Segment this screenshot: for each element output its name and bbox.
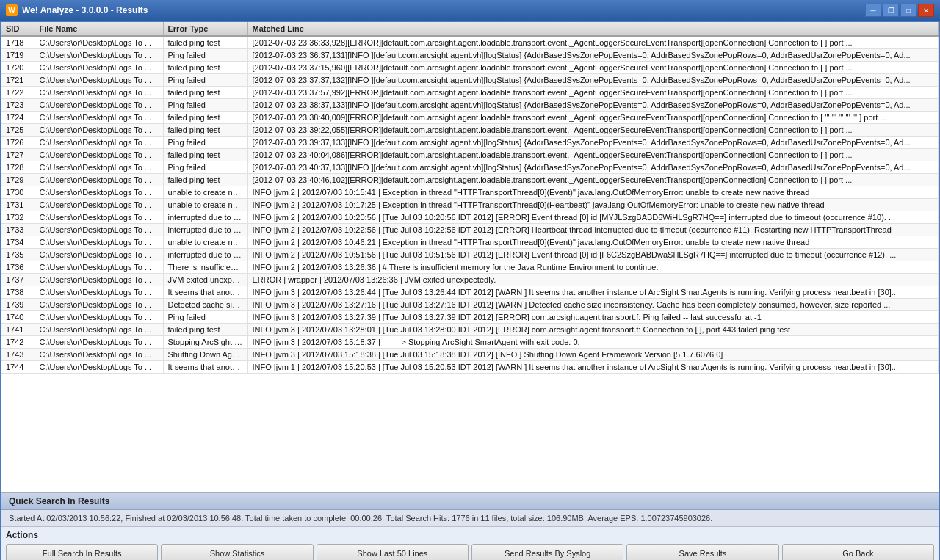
- cell-sid: 1732: [1, 211, 35, 224]
- results-table: SID File Name Error Type Matched Line 17…: [1, 22, 939, 374]
- results-table-container[interactable]: SID File Name Error Type Matched Line 17…: [1, 22, 939, 492]
- table-row[interactable]: 1740C:\Users\or\Desktop\Logs To ...Ping …: [1, 311, 939, 324]
- cell-file: C:\Users\or\Desktop\Logs To ...: [35, 274, 163, 286]
- minimize-button[interactable]: ─: [865, 4, 881, 17]
- table-row[interactable]: 1736C:\Users\or\Desktop\Logs To ...There…: [1, 261, 939, 274]
- cell-matched: [2012-07-03 23:37:15,960][ERROR][default…: [247, 62, 939, 74]
- table-row[interactable]: 1720C:\Users\or\Desktop\Logs To ...faile…: [1, 62, 939, 74]
- cell-file: C:\Users\or\Desktop\Logs To ...: [35, 74, 163, 87]
- title-bar-left: W We! Analyze - 3.0.0.0 - Results: [6, 4, 148, 16]
- table-row[interactable]: 1722C:\Users\or\Desktop\Logs To ...faile…: [1, 87, 939, 99]
- cell-sid: 1731: [1, 199, 35, 211]
- title-bar-controls[interactable]: ─ ❐ □ ✕: [865, 4, 934, 17]
- cell-file: C:\Users\or\Desktop\Logs To ...: [35, 224, 163, 236]
- cell-sid: 1722: [1, 87, 35, 99]
- bottom-section: Quick Search In Results Started At 02/03…: [1, 492, 939, 560]
- table-row[interactable]: 1732C:\Users\or\Desktop\Logs To ...inter…: [1, 211, 939, 224]
- cell-sid: 1729: [1, 174, 35, 186]
- cell-sid: 1727: [1, 149, 35, 161]
- cell-matched: INFO |jvm 3 | 2012/07/03 13:26:44 | [Tue…: [247, 286, 939, 299]
- cell-sid: 1743: [1, 349, 35, 361]
- cell-error: failed ping test: [163, 62, 247, 74]
- table-row[interactable]: 1742C:\Users\or\Desktop\Logs To ...Stopp…: [1, 336, 939, 349]
- cell-matched: [2012-07-03 23:37:37,132][INFO ][default…: [247, 74, 939, 87]
- cell-matched: [2012-07-03 23:39:37,133][INFO ][default…: [247, 137, 939, 149]
- save-results-button[interactable]: Save Results: [626, 544, 778, 560]
- table-row[interactable]: 1723C:\Users\or\Desktop\Logs To ...Ping …: [1, 99, 939, 112]
- table-row[interactable]: 1730C:\Users\or\Desktop\Logs To ...unabl…: [1, 186, 939, 199]
- cell-sid: 1724: [1, 112, 35, 124]
- cell-error: unable to create new...: [163, 236, 247, 249]
- table-row[interactable]: 1726C:\Users\or\Desktop\Logs To ...Ping …: [1, 137, 939, 149]
- full-search-button[interactable]: Full Search In Results: [6, 544, 158, 560]
- actions-buttons: Full Search In Results Show Statistics S…: [6, 544, 934, 560]
- cell-matched: [2012-07-03 23:40:46,102][ERROR][default…: [247, 174, 939, 186]
- table-row[interactable]: 1727C:\Users\or\Desktop\Logs To ...faile…: [1, 149, 939, 161]
- table-row[interactable]: 1741C:\Users\or\Desktop\Logs To ...faile…: [1, 324, 939, 336]
- quick-search-header: Quick Search In Results: [1, 493, 939, 510]
- cell-error: It seems that another...: [163, 286, 247, 299]
- cell-error: interrupted due to tim...: [163, 249, 247, 261]
- table-row[interactable]: 1725C:\Users\or\Desktop\Logs To ...faile…: [1, 124, 939, 137]
- table-row[interactable]: 1731C:\Users\or\Desktop\Logs To ...unabl…: [1, 199, 939, 211]
- table-row[interactable]: 1734C:\Users\or\Desktop\Logs To ...unabl…: [1, 236, 939, 249]
- table-row[interactable]: 1735C:\Users\or\Desktop\Logs To ...inter…: [1, 249, 939, 261]
- cell-matched: INFO |jvm 2 | 2012/07/03 10:20:56 | [Tue…: [247, 211, 939, 224]
- cell-file: C:\Users\or\Desktop\Logs To ...: [35, 211, 163, 224]
- go-back-button[interactable]: Go Back: [782, 544, 934, 560]
- cell-error: Detected cache size ...: [163, 299, 247, 311]
- cell-matched: [2012-07-03 23:38:37,133][INFO ][default…: [247, 99, 939, 112]
- cell-error: Stopping ArcSight S...: [163, 336, 247, 349]
- show-statistics-button[interactable]: Show Statistics: [161, 544, 313, 560]
- cell-file: C:\Users\or\Desktop\Logs To ...: [35, 249, 163, 261]
- send-by-syslog-button[interactable]: Send Results By Syslog: [471, 544, 623, 560]
- cell-error: failed ping test: [163, 324, 247, 336]
- cell-error: unable to create new...: [163, 199, 247, 211]
- table-row[interactable]: 1728C:\Users\or\Desktop\Logs To ...Ping …: [1, 161, 939, 174]
- cell-sid: 1719: [1, 49, 35, 62]
- cell-sid: 1739: [1, 299, 35, 311]
- cell-file: C:\Users\or\Desktop\Logs To ...: [35, 299, 163, 311]
- cell-error: failed ping test: [163, 149, 247, 161]
- cell-matched: INFO |jvm 1 | 2012/07/03 15:20:53 | [Tue…: [247, 361, 939, 374]
- table-row[interactable]: 1719C:\Users\or\Desktop\Logs To ...Ping …: [1, 49, 939, 62]
- cell-error: It seems that another...: [163, 361, 247, 374]
- cell-file: C:\Users\or\Desktop\Logs To ...: [35, 87, 163, 99]
- cell-error: failed ping test: [163, 174, 247, 186]
- cell-file: C:\Users\or\Desktop\Logs To ...: [35, 199, 163, 211]
- cell-error: Ping failed: [163, 99, 247, 112]
- maximize-button[interactable]: □: [900, 4, 916, 17]
- table-scroll-wrapper[interactable]: SID File Name Error Type Matched Line 17…: [1, 22, 939, 492]
- table-row[interactable]: 1737C:\Users\or\Desktop\Logs To ...JVM e…: [1, 274, 939, 286]
- status-bar: Started At 02/03/2013 10:56:22, Finished…: [1, 510, 939, 527]
- cell-error: interrupted due to tim...: [163, 224, 247, 236]
- table-row[interactable]: 1721C:\Users\or\Desktop\Logs To ...Ping …: [1, 74, 939, 87]
- cell-file: C:\Users\or\Desktop\Logs To ...: [35, 137, 163, 149]
- table-row[interactable]: 1744C:\Users\or\Desktop\Logs To ...It se…: [1, 361, 939, 374]
- table-row[interactable]: 1729C:\Users\or\Desktop\Logs To ...faile…: [1, 174, 939, 186]
- table-row[interactable]: 1718C:\Users\or\Desktop\Logs To ...faile…: [1, 36, 939, 49]
- table-row[interactable]: 1724C:\Users\or\Desktop\Logs To ...faile…: [1, 112, 939, 124]
- cell-matched: [2012-07-03 23:36:37,131][INFO ][default…: [247, 49, 939, 62]
- table-row[interactable]: 1733C:\Users\or\Desktop\Logs To ...inter…: [1, 224, 939, 236]
- cell-error: failed ping test: [163, 112, 247, 124]
- cell-matched: INFO |jvm 2 | 2012/07/03 13:26:36 | # Th…: [247, 261, 939, 274]
- cell-error: Ping failed: [163, 137, 247, 149]
- cell-sid: 1725: [1, 124, 35, 137]
- cell-error: failed ping test: [163, 36, 247, 49]
- table-row[interactable]: 1743C:\Users\or\Desktop\Logs To ...Shutt…: [1, 349, 939, 361]
- cell-sid: 1730: [1, 186, 35, 199]
- show-last-50-button[interactable]: Show Last 50 Lines: [317, 544, 469, 560]
- cell-error: There is insufficient ...: [163, 261, 247, 274]
- cell-sid: 1740: [1, 311, 35, 324]
- table-row[interactable]: 1739C:\Users\or\Desktop\Logs To ...Detec…: [1, 299, 939, 311]
- cell-file: C:\Users\or\Desktop\Logs To ...: [35, 236, 163, 249]
- restore-button[interactable]: ❐: [883, 4, 899, 17]
- cell-sid: 1738: [1, 286, 35, 299]
- col-header-matched: Matched Line: [247, 22, 939, 36]
- cell-error: Ping failed: [163, 161, 247, 174]
- close-button[interactable]: ✕: [918, 4, 934, 17]
- table-row[interactable]: 1738C:\Users\or\Desktop\Logs To ...It se…: [1, 286, 939, 299]
- cell-sid: 1737: [1, 274, 35, 286]
- cell-file: C:\Users\or\Desktop\Logs To ...: [35, 349, 163, 361]
